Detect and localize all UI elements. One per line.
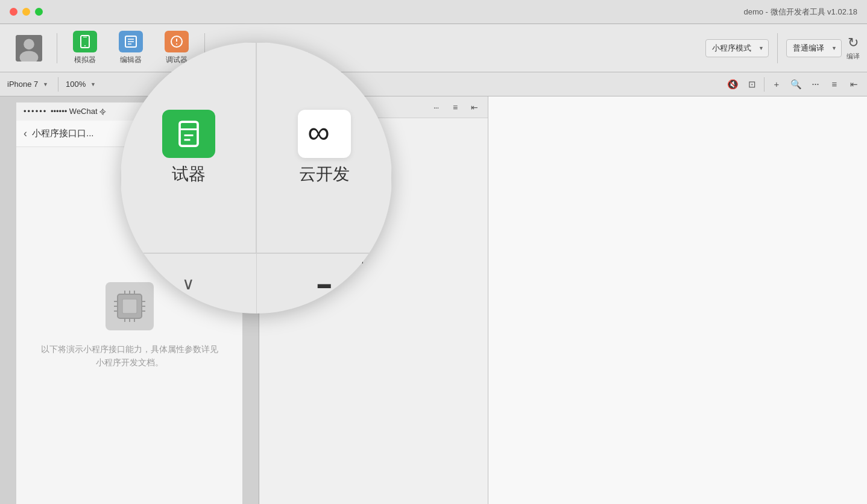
phone-back-icon[interactable]: ‹ <box>24 127 27 140</box>
maximize-button[interactable] <box>35 8 43 16</box>
compile-wrapper[interactable]: 普通编译 <box>786 39 842 57</box>
magnify-cloud-icon: ∞ <box>298 110 351 158</box>
title-bar: demo - 微信开发者工具 v1.02.18 <box>0 0 867 24</box>
program-mode-select[interactable]: 小程序模式 <box>705 39 769 57</box>
minimize-button[interactable] <box>22 8 30 16</box>
toolbar-sep-1 <box>57 33 57 63</box>
phone-signal: •••••• •••••• WeChat 令 <box>24 107 106 116</box>
magnify-cloud-label: 云开发 <box>299 163 350 186</box>
back-file-button[interactable]: ⇤ <box>466 99 483 116</box>
copy-screen-icon[interactable]: ⊡ <box>743 76 760 93</box>
editor-label: 编辑器 <box>120 55 142 65</box>
device-sep-1 <box>58 77 58 92</box>
simulator-icon <box>73 31 97 52</box>
phone-nav-title: 小程序接口口... <box>32 128 94 139</box>
chip-icon <box>106 282 154 330</box>
simulator-label: 模拟器 <box>74 55 96 65</box>
zoom-select-wrapper[interactable]: 100% <box>63 76 98 93</box>
file-add-icon[interactable]: + <box>768 76 785 93</box>
search-icon[interactable]: 🔍 <box>787 76 804 93</box>
editor-icon <box>119 31 143 52</box>
toolbar-right: 小程序模式 普通编译 ↻ 编译 <box>705 33 860 63</box>
compile-button[interactable]: ↻ 编译 <box>847 35 860 61</box>
device-bar: iPhone 7 100% 🔇 ⊡ + 🔍 ··· ≡ ⇤ <box>0 72 867 96</box>
svg-rect-27 <box>180 122 198 146</box>
compile-select[interactable]: 普通编译 <box>786 39 842 57</box>
indent-icon[interactable]: ≡ <box>826 76 843 93</box>
battery-icon: ▬ <box>318 276 331 292</box>
sound-icon[interactable]: 🔇 <box>724 76 741 93</box>
debugger-icon <box>165 31 189 52</box>
compile-label: 编译 <box>847 52 860 61</box>
magnify-debugger-label: 试器 <box>172 163 206 186</box>
svg-text:∞: ∞ <box>307 115 330 150</box>
svg-point-1 <box>24 39 34 49</box>
device-sep-2 <box>764 77 765 92</box>
traffic-lights <box>10 8 43 16</box>
chevron-down-icon: ∨ <box>182 274 195 294</box>
magnify-debugger-icon <box>162 110 215 158</box>
avatar-button[interactable] <box>7 28 51 69</box>
magnify-overlay: 试器 ∞ 云开发 ∨ ▬ <box>121 42 392 313</box>
avatar <box>16 35 42 61</box>
phone-description: 以下将演示小程序接口能力，具体属性参数详见小程序开发文档。 <box>41 342 218 370</box>
editor-panel <box>488 96 867 504</box>
main-toolbar: 模拟器 编辑器 调试器 小程序模式 <box>0 24 867 72</box>
svg-point-5 <box>84 45 86 46</box>
device-bar-right: 🔇 ⊡ + 🔍 ··· ≡ ⇤ <box>724 76 862 93</box>
device-select-wrapper[interactable]: iPhone 7 <box>5 76 53 93</box>
close-button[interactable] <box>10 8 17 16</box>
editor-button[interactable]: 编辑器 <box>109 28 153 69</box>
svg-point-12 <box>176 43 177 45</box>
back-icon[interactable]: ⇤ <box>845 76 862 93</box>
device-select[interactable]: iPhone 7 <box>5 76 53 93</box>
svg-rect-4 <box>83 37 87 37</box>
svg-rect-14 <box>122 299 137 313</box>
more-file-button[interactable]: ··· <box>427 99 444 116</box>
indent-file-button[interactable]: ≡ <box>447 99 464 116</box>
window-title: demo - 微信开发者工具 v1.02.18 <box>743 7 857 17</box>
refresh-icon: ↻ <box>848 35 859 51</box>
more-icon[interactable]: ··· <box>807 76 824 93</box>
zoom-select[interactable]: 100% <box>63 76 98 93</box>
simulator-button[interactable]: 模拟器 <box>63 28 107 69</box>
toolbar-sep-3 <box>777 33 778 63</box>
program-mode-wrapper[interactable]: 小程序模式 <box>705 39 769 57</box>
